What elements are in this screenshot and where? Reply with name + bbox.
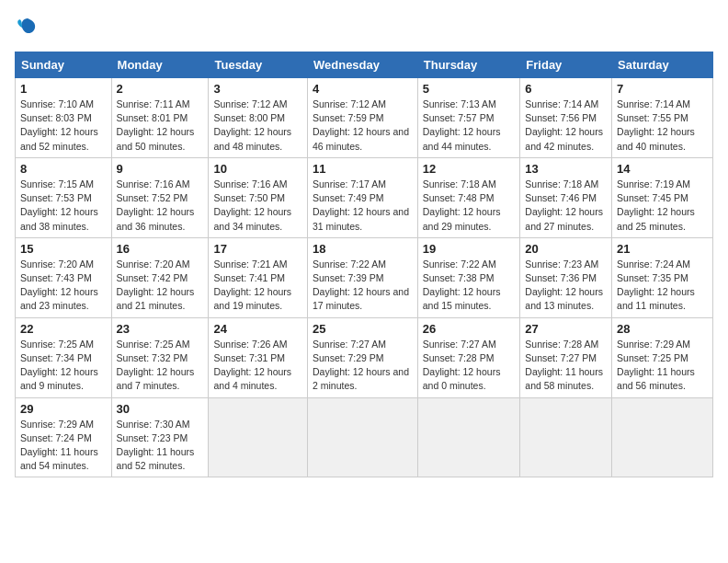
day-number: 20 bbox=[525, 242, 607, 256]
day-number: 11 bbox=[313, 162, 413, 176]
header-row: SundayMondayTuesdayWednesdayThursdayFrid… bbox=[16, 52, 713, 78]
day-info: Sunrise: 7:24 AMSunset: 7:35 PMDaylight:… bbox=[617, 258, 708, 314]
week-row-5: 29 Sunrise: 7:29 AMSunset: 7:24 PMDaylig… bbox=[16, 397, 713, 477]
day-cell: 11 Sunrise: 7:17 AMSunset: 7:49 PMDaylig… bbox=[307, 157, 417, 237]
day-cell: 27 Sunrise: 7:28 AMSunset: 7:27 PMDaylig… bbox=[520, 317, 612, 397]
day-cell: 21 Sunrise: 7:24 AMSunset: 7:35 PMDaylig… bbox=[612, 237, 713, 317]
day-number: 22 bbox=[20, 322, 107, 336]
day-info: Sunrise: 7:17 AMSunset: 7:49 PMDaylight:… bbox=[313, 178, 413, 234]
day-cell: 4 Sunrise: 7:12 AMSunset: 7:59 PMDayligh… bbox=[307, 78, 417, 158]
day-number: 17 bbox=[213, 242, 302, 256]
day-cell: 17 Sunrise: 7:21 AMSunset: 7:41 PMDaylig… bbox=[209, 237, 308, 317]
day-number: 27 bbox=[525, 322, 607, 336]
day-info: Sunrise: 7:18 AMSunset: 7:48 PMDaylight:… bbox=[423, 178, 516, 234]
day-cell: 2 Sunrise: 7:11 AMSunset: 8:01 PMDayligh… bbox=[111, 78, 209, 158]
day-cell: 15 Sunrise: 7:20 AMSunset: 7:43 PMDaylig… bbox=[16, 237, 112, 317]
day-number: 4 bbox=[313, 82, 413, 96]
day-number: 29 bbox=[20, 402, 107, 416]
day-info: Sunrise: 7:28 AMSunset: 7:27 PMDaylight:… bbox=[525, 338, 607, 394]
day-number: 25 bbox=[313, 322, 413, 336]
day-info: Sunrise: 7:18 AMSunset: 7:46 PMDaylight:… bbox=[525, 178, 607, 234]
day-cell bbox=[612, 397, 713, 477]
day-cell: 30 Sunrise: 7:30 AMSunset: 7:23 PMDaylig… bbox=[111, 397, 209, 477]
week-row-4: 22 Sunrise: 7:25 AMSunset: 7:34 PMDaylig… bbox=[16, 317, 713, 397]
day-number: 24 bbox=[213, 322, 302, 336]
day-cell bbox=[417, 397, 520, 477]
day-number: 15 bbox=[20, 242, 107, 256]
day-cell bbox=[209, 397, 308, 477]
day-cell: 26 Sunrise: 7:27 AMSunset: 7:28 PMDaylig… bbox=[417, 317, 520, 397]
day-number: 12 bbox=[423, 162, 516, 176]
day-number: 8 bbox=[20, 162, 107, 176]
day-info: Sunrise: 7:21 AMSunset: 7:41 PMDaylight:… bbox=[213, 258, 302, 314]
day-cell: 12 Sunrise: 7:18 AMSunset: 7:48 PMDaylig… bbox=[417, 157, 520, 237]
day-cell: 29 Sunrise: 7:29 AMSunset: 7:24 PMDaylig… bbox=[16, 397, 112, 477]
day-cell: 8 Sunrise: 7:15 AMSunset: 7:53 PMDayligh… bbox=[16, 157, 112, 237]
day-cell: 1 Sunrise: 7:10 AMSunset: 8:03 PMDayligh… bbox=[16, 78, 112, 158]
day-info: Sunrise: 7:29 AMSunset: 7:24 PMDaylight:… bbox=[20, 418, 107, 474]
day-info: Sunrise: 7:12 AMSunset: 8:00 PMDaylight:… bbox=[213, 98, 302, 154]
logo-bird-icon bbox=[15, 15, 40, 40]
col-header-friday: Friday bbox=[520, 52, 612, 78]
day-cell: 13 Sunrise: 7:18 AMSunset: 7:46 PMDaylig… bbox=[520, 157, 612, 237]
day-number: 28 bbox=[617, 322, 708, 336]
week-row-3: 15 Sunrise: 7:20 AMSunset: 7:43 PMDaylig… bbox=[16, 237, 713, 317]
day-number: 5 bbox=[423, 82, 516, 96]
col-header-monday: Monday bbox=[111, 52, 209, 78]
day-info: Sunrise: 7:11 AMSunset: 8:01 PMDaylight:… bbox=[117, 98, 204, 154]
day-info: Sunrise: 7:22 AMSunset: 7:39 PMDaylight:… bbox=[313, 258, 413, 314]
col-header-saturday: Saturday bbox=[612, 52, 713, 78]
page-header bbox=[15, 15, 713, 40]
day-number: 9 bbox=[117, 162, 204, 176]
day-number: 14 bbox=[617, 162, 708, 176]
day-cell: 10 Sunrise: 7:16 AMSunset: 7:50 PMDaylig… bbox=[209, 157, 308, 237]
day-info: Sunrise: 7:23 AMSunset: 7:36 PMDaylight:… bbox=[525, 258, 607, 314]
day-cell: 20 Sunrise: 7:23 AMSunset: 7:36 PMDaylig… bbox=[520, 237, 612, 317]
col-header-sunday: Sunday bbox=[16, 52, 112, 78]
day-number: 3 bbox=[213, 82, 302, 96]
day-info: Sunrise: 7:12 AMSunset: 7:59 PMDaylight:… bbox=[313, 98, 413, 154]
day-cell: 6 Sunrise: 7:14 AMSunset: 7:56 PMDayligh… bbox=[520, 78, 612, 158]
day-info: Sunrise: 7:14 AMSunset: 7:56 PMDaylight:… bbox=[525, 98, 607, 154]
day-cell: 22 Sunrise: 7:25 AMSunset: 7:34 PMDaylig… bbox=[16, 317, 112, 397]
day-info: Sunrise: 7:29 AMSunset: 7:25 PMDaylight:… bbox=[617, 338, 708, 394]
day-number: 2 bbox=[117, 82, 204, 96]
day-info: Sunrise: 7:30 AMSunset: 7:23 PMDaylight:… bbox=[117, 418, 204, 474]
day-info: Sunrise: 7:16 AMSunset: 7:50 PMDaylight:… bbox=[213, 178, 302, 234]
day-cell: 7 Sunrise: 7:14 AMSunset: 7:55 PMDayligh… bbox=[612, 78, 713, 158]
week-row-2: 8 Sunrise: 7:15 AMSunset: 7:53 PMDayligh… bbox=[16, 157, 713, 237]
day-cell bbox=[520, 397, 612, 477]
day-cell: 23 Sunrise: 7:25 AMSunset: 7:32 PMDaylig… bbox=[111, 317, 209, 397]
day-info: Sunrise: 7:27 AMSunset: 7:28 PMDaylight:… bbox=[423, 338, 516, 394]
day-info: Sunrise: 7:10 AMSunset: 8:03 PMDaylight:… bbox=[20, 98, 107, 154]
col-header-wednesday: Wednesday bbox=[307, 52, 417, 78]
day-cell bbox=[307, 397, 417, 477]
day-number: 13 bbox=[525, 162, 607, 176]
day-number: 7 bbox=[617, 82, 708, 96]
day-info: Sunrise: 7:26 AMSunset: 7:31 PMDaylight:… bbox=[213, 338, 302, 394]
day-cell: 28 Sunrise: 7:29 AMSunset: 7:25 PMDaylig… bbox=[612, 317, 713, 397]
day-info: Sunrise: 7:19 AMSunset: 7:45 PMDaylight:… bbox=[617, 178, 708, 234]
day-number: 6 bbox=[525, 82, 607, 96]
day-number: 18 bbox=[313, 242, 413, 256]
day-cell: 24 Sunrise: 7:26 AMSunset: 7:31 PMDaylig… bbox=[209, 317, 308, 397]
day-info: Sunrise: 7:15 AMSunset: 7:53 PMDaylight:… bbox=[20, 178, 107, 234]
day-number: 1 bbox=[20, 82, 107, 96]
day-info: Sunrise: 7:13 AMSunset: 7:57 PMDaylight:… bbox=[423, 98, 516, 154]
day-number: 10 bbox=[213, 162, 302, 176]
day-info: Sunrise: 7:25 AMSunset: 7:32 PMDaylight:… bbox=[117, 338, 204, 394]
day-info: Sunrise: 7:16 AMSunset: 7:52 PMDaylight:… bbox=[117, 178, 204, 234]
day-cell: 14 Sunrise: 7:19 AMSunset: 7:45 PMDaylig… bbox=[612, 157, 713, 237]
day-info: Sunrise: 7:22 AMSunset: 7:38 PMDaylight:… bbox=[423, 258, 516, 314]
day-cell: 25 Sunrise: 7:27 AMSunset: 7:29 PMDaylig… bbox=[307, 317, 417, 397]
week-row-1: 1 Sunrise: 7:10 AMSunset: 8:03 PMDayligh… bbox=[16, 78, 713, 158]
day-cell: 9 Sunrise: 7:16 AMSunset: 7:52 PMDayligh… bbox=[111, 157, 209, 237]
day-cell: 18 Sunrise: 7:22 AMSunset: 7:39 PMDaylig… bbox=[307, 237, 417, 317]
day-info: Sunrise: 7:25 AMSunset: 7:34 PMDaylight:… bbox=[20, 338, 107, 394]
col-header-tuesday: Tuesday bbox=[209, 52, 308, 78]
col-header-thursday: Thursday bbox=[417, 52, 520, 78]
logo bbox=[15, 15, 44, 40]
day-cell: 19 Sunrise: 7:22 AMSunset: 7:38 PMDaylig… bbox=[417, 237, 520, 317]
day-number: 19 bbox=[423, 242, 516, 256]
day-number: 26 bbox=[423, 322, 516, 336]
